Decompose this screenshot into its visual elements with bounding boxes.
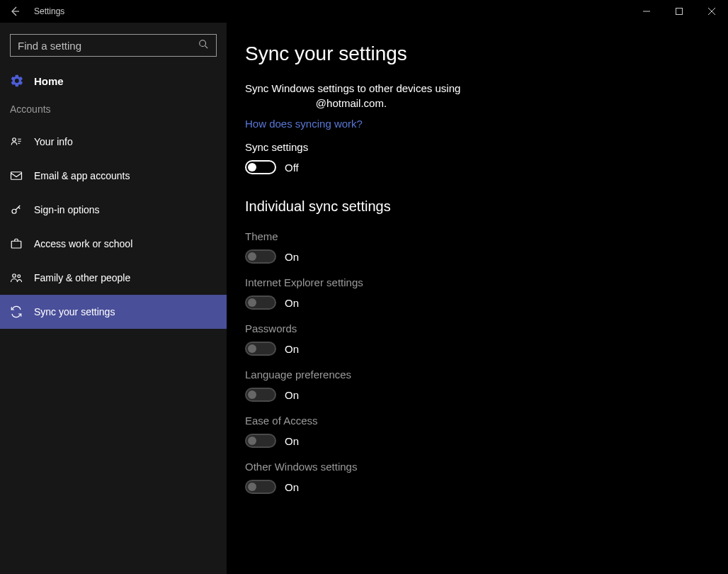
gear-icon <box>10 74 24 88</box>
ease-of-access-label: Ease of Access <box>245 415 728 427</box>
ie-settings-label: Internet Explorer settings <box>245 276 728 288</box>
sidebar-item-label: Sync your settings <box>34 306 115 317</box>
sidebar-item-label: Your info <box>34 136 73 147</box>
sidebar-item-label: Email & app accounts <box>34 170 130 181</box>
back-button[interactable] <box>7 4 23 19</box>
key-icon <box>10 203 23 216</box>
ie-settings-state: On <box>285 297 299 309</box>
language-label: Language preferences <box>245 368 728 381</box>
sync-settings-state: Off <box>285 162 299 174</box>
person-card-icon <box>10 135 23 148</box>
sidebar-item-label: Sign-in options <box>34 204 100 215</box>
sync-icon <box>10 305 23 318</box>
app-title: Settings <box>34 6 64 16</box>
home-label: Home <box>34 75 64 87</box>
theme-state: On <box>285 251 299 263</box>
passwords-state: On <box>285 343 299 355</box>
individual-sync-title: Individual sync settings <box>245 198 728 215</box>
search-icon <box>198 39 208 52</box>
maximize-button[interactable] <box>663 0 695 23</box>
page-title: Sync your settings <box>245 43 728 65</box>
main-content: Sync your settings Sync Windows settings… <box>227 23 728 574</box>
svg-rect-5 <box>11 241 21 248</box>
sidebar-item-family-people[interactable]: Family & other people <box>0 261 227 295</box>
passwords-label: Passwords <box>245 322 728 334</box>
svg-point-2 <box>13 138 16 142</box>
svg-point-6 <box>13 274 16 278</box>
people-icon <box>10 271 23 284</box>
ease-of-access-state: On <box>285 435 299 447</box>
sidebar-item-access-work-school[interactable]: Access work or school <box>0 227 227 261</box>
ease-of-access-toggle[interactable] <box>245 434 276 448</box>
other-windows-label: Other Windows settings <box>245 461 728 473</box>
passwords-toggle[interactable] <box>245 342 276 356</box>
titlebar: Settings <box>0 0 728 23</box>
sync-description: Sync Windows settings to other devices u… <box>245 81 500 111</box>
search-input[interactable] <box>10 34 217 57</box>
how-syncing-works-link[interactable]: How does syncing work? <box>245 118 363 130</box>
envelope-icon <box>10 169 23 182</box>
sidebar-item-label: Family & other people <box>34 272 130 283</box>
sidebar-item-label: Access work or school <box>34 238 132 249</box>
sidebar-item-signin-options[interactable]: Sign-in options <box>0 193 227 227</box>
sidebar-section-label: Accounts <box>0 101 227 125</box>
home-button[interactable]: Home <box>0 64 227 101</box>
sidebar: Home Accounts Your info Email & app acco… <box>0 23 227 574</box>
svg-rect-0 <box>676 9 683 15</box>
briefcase-icon <box>10 237 23 250</box>
svg-point-7 <box>18 275 21 278</box>
close-button[interactable] <box>695 0 728 23</box>
theme-label: Theme <box>245 230 728 242</box>
sync-settings-toggle[interactable] <box>245 160 276 174</box>
language-toggle[interactable] <box>245 388 276 402</box>
sidebar-item-email-accounts[interactable]: Email & app accounts <box>0 159 227 193</box>
sidebar-item-sync-settings[interactable]: Sync your settings <box>0 295 227 329</box>
svg-rect-3 <box>11 172 22 180</box>
svg-point-4 <box>12 209 16 213</box>
minimize-button[interactable] <box>630 0 663 23</box>
theme-toggle[interactable] <box>245 249 276 264</box>
svg-point-1 <box>200 40 206 47</box>
sidebar-item-your-info[interactable]: Your info <box>0 125 227 159</box>
other-windows-state: On <box>285 481 299 493</box>
language-state: On <box>285 389 299 401</box>
ie-settings-toggle[interactable] <box>245 296 276 310</box>
other-windows-toggle[interactable] <box>245 480 276 494</box>
sync-settings-label: Sync settings <box>245 141 728 153</box>
